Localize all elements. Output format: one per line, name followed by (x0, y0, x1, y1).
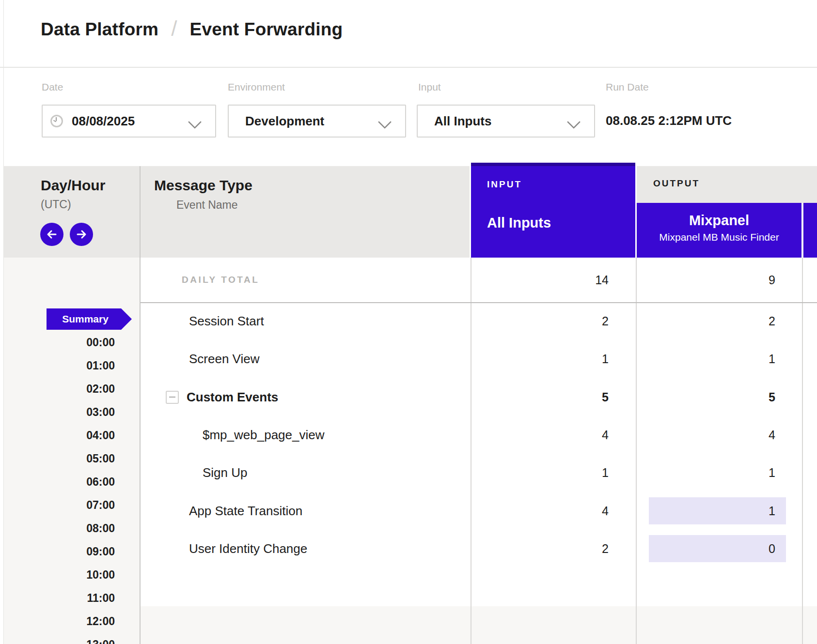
date-dropdown[interactable]: 08/08/2025 (42, 105, 216, 138)
row-input-value[interactable]: 2 (471, 530, 635, 567)
row-input-value[interactable]: 1 (471, 340, 635, 378)
row-output-value[interactable]: 1 (637, 454, 801, 491)
row-label-mp-web-page-view: $mp_web_page_view (141, 416, 325, 454)
summary-row-badge[interactable]: Summary (47, 308, 121, 330)
arrow-left-icon (46, 228, 58, 241)
output-column-header[interactable]: Mixpanel Mixpanel MB Music Finder (637, 203, 801, 258)
dayhour-column-title: Day/Hour (41, 177, 105, 194)
arrow-right-icon (75, 228, 88, 241)
table-footer-background (140, 606, 817, 644)
row-label-sign-up: Sign Up (141, 454, 248, 491)
environment-filter-label: Environment (228, 81, 285, 93)
breadcrumb: Data Platform / Event Forwarding (41, 18, 343, 41)
message-type-column-title: Message Type (154, 177, 252, 194)
event-name-column-subtitle: Event Name (176, 199, 238, 212)
chevron-down-icon (378, 115, 392, 129)
row-input-value[interactable]: 4 (471, 492, 635, 530)
input-dropdown[interactable]: All Inputs (417, 105, 595, 138)
clock-icon (50, 115, 63, 127)
daily-total-label: DAILY TOTAL (182, 258, 259, 302)
row-label-user-identity-change: User Identity Change (141, 530, 307, 567)
header-divider (0, 67, 817, 68)
row-output-value[interactable]: 0 (637, 530, 801, 567)
date-dropdown-value: 08/08/2025 (72, 114, 135, 129)
hour-cell-0900[interactable]: 09:00 (4, 540, 115, 563)
row-label-app-state-transition: App State Transition (141, 492, 302, 530)
row-label-session-start: Session Start (141, 302, 264, 340)
output-section-label: OUTPUT (653, 178, 700, 189)
hour-cell-1100[interactable]: 11:00 (4, 586, 115, 610)
hour-cell-0800[interactable]: 08:00 (4, 517, 115, 540)
environment-dropdown[interactable]: Development (228, 105, 406, 138)
hour-cell-0000[interactable]: 00:00 (4, 331, 115, 354)
previous-day-button[interactable] (40, 223, 63, 246)
input-section-label: INPUT (487, 179, 522, 190)
event-forwarding-page: Data Platform / Event Forwarding Date En… (0, 0, 817, 644)
environment-dropdown-value: Development (245, 114, 324, 129)
header-gap-line (801, 203, 803, 258)
row-output-value[interactable]: 2 (637, 302, 801, 340)
row-label-screen-view: Screen View (141, 340, 260, 378)
row-output-value[interactable]: 5 (637, 378, 801, 416)
next-day-button[interactable] (70, 223, 93, 246)
row-output-value[interactable]: 1 (637, 340, 801, 378)
hour-cell-0300[interactable]: 03:00 (4, 400, 115, 424)
row-label-custom-events: Custom Events (141, 378, 278, 416)
row-input-value[interactable]: 5 (471, 378, 635, 416)
output-column-name: Mixpanel (637, 213, 801, 229)
input-filter-label: Input (418, 81, 441, 93)
run-date-value: 08.08.25 2:12PM UTC (606, 113, 732, 128)
header-gap-line (635, 166, 637, 258)
input-dropdown-value: All Inputs (434, 114, 491, 129)
output-column-subtitle: Mixpanel MB Music Finder (637, 231, 801, 243)
input-column-name: All Inputs (487, 215, 551, 231)
summary-badge-label: Summary (59, 313, 109, 325)
daily-total-input-value[interactable]: 14 (471, 258, 635, 302)
summary-badge-arrow (121, 308, 132, 330)
column-divider-output2 (802, 258, 803, 644)
input-column-header-cap (471, 163, 635, 166)
hour-cell-0200[interactable]: 02:00 (4, 377, 115, 400)
hour-cell-0400[interactable]: 04:00 (4, 424, 115, 447)
output-column-header-partial (803, 203, 817, 258)
run-date-label: Run Date (606, 81, 649, 93)
hour-cell-1300[interactable]: 13:00 (4, 633, 115, 644)
hour-cell-1000[interactable]: 10:00 (4, 563, 115, 586)
breadcrumb-separator: / (171, 16, 177, 41)
row-output-value[interactable]: 4 (637, 416, 801, 454)
row-input-value[interactable]: 4 (471, 416, 635, 454)
chevron-down-icon (188, 115, 202, 129)
row-input-value[interactable]: 2 (471, 302, 635, 340)
hour-cell-0600[interactable]: 06:00 (4, 470, 115, 493)
header-gap-line (470, 163, 471, 258)
breadcrumb-page: Event Forwarding (190, 19, 343, 40)
breadcrumb-section[interactable]: Data Platform (41, 19, 158, 40)
row-input-value[interactable]: 1 (471, 454, 635, 491)
daily-total-output-value[interactable]: 9 (637, 258, 801, 302)
chevron-down-icon (567, 115, 581, 129)
date-filter-label: Date (42, 81, 63, 93)
input-column-header[interactable]: INPUT All Inputs (471, 163, 635, 258)
hour-cell-0700[interactable]: 07:00 (4, 493, 115, 517)
row-output-value[interactable]: 1 (637, 492, 801, 530)
dayhour-column-subtitle: (UTC) (41, 198, 71, 211)
hour-cell-0100[interactable]: 01:00 (4, 354, 115, 377)
hour-cell-0500[interactable]: 05:00 (4, 447, 115, 470)
hour-cell-1200[interactable]: 12:00 (4, 610, 115, 633)
